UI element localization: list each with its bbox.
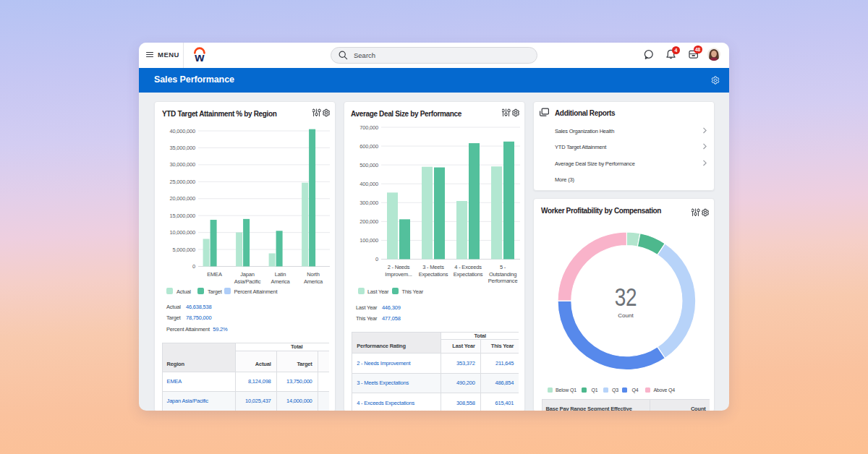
svg-text:20,000,000: 20,000,000 [169,195,195,202]
svg-text:700,000: 700,000 [359,124,378,131]
svg-text:40,000,000: 40,000,000 [169,128,195,134]
svg-text:5,000,000: 5,000,000 [172,247,195,253]
svg-text:w: w [194,51,205,64]
svg-text:35,000,000: 35,000,000 [169,145,195,151]
svg-text:400,000: 400,000 [359,181,378,187]
svg-text:Improvem...: Improvem... [385,271,412,278]
svg-text:100,000: 100,000 [359,237,378,244]
svg-text:200,000: 200,000 [359,218,378,225]
svg-text:0: 0 [375,256,378,262]
svg-text:30,000,000: 30,000,000 [169,161,195,168]
svg-text:10,000,000: 10,000,000 [169,229,195,236]
svg-text:3 - Meets: 3 - Meets [422,264,444,270]
svg-text:Outstanding: Outstanding [488,271,516,278]
svg-text:0: 0 [192,263,195,270]
svg-text:15,000,000: 15,000,000 [169,213,195,219]
svg-text:5 -: 5 - [499,264,506,270]
svg-text:Asia/Pacific: Asia/Pacific [234,278,261,285]
svg-text:America: America [271,278,290,285]
svg-text:Performance: Performance [488,278,517,284]
svg-text:500,000: 500,000 [359,162,378,168]
svg-text:4 - Exceeds: 4 - Exceeds [454,264,482,270]
svg-text:25,000,000: 25,000,000 [169,179,195,185]
svg-text:600,000: 600,000 [359,143,378,150]
svg-text:North: North [307,271,319,278]
svg-text:Expectations: Expectations [453,271,482,278]
svg-text:300,000: 300,000 [359,200,378,206]
svg-text:2 - Needs: 2 - Needs [387,264,409,270]
svg-text:Japan: Japan [240,271,254,278]
svg-text:Latin: Latin [275,271,286,278]
svg-text:Expectations: Expectations [418,271,448,278]
svg-text:America: America [304,278,323,285]
svg-text:EMEA: EMEA [207,271,222,278]
